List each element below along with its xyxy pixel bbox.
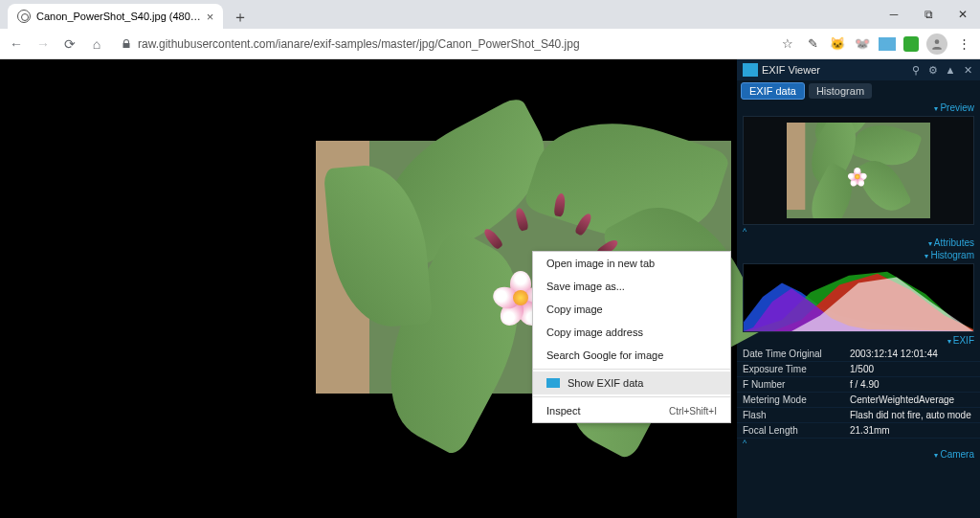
ctx-inspect[interactable]: Inspect Ctrl+Shift+I (533, 399, 730, 422)
address-bar[interactable]: raw.githubusercontent.com/ianare/exif-sa… (115, 34, 769, 54)
exif-row: FlashFlash did not fire, auto mode (737, 408, 980, 423)
ctx-label: Search Google for image (546, 349, 663, 361)
exif-value: f / 4.90 (844, 379, 980, 390)
panel-close-icon[interactable]: ✕ (961, 63, 974, 77)
ctx-save-image-as[interactable]: Save image as... (533, 275, 730, 298)
window-titlebar: Canon_PowerShot_S40.jpg (480… × ＋ ─ ⧉ ✕ (0, 0, 980, 29)
panel-popout-icon[interactable]: ▲ (944, 63, 957, 77)
exif-table: Date Time Original2003:12:14 12:01:44 Ex… (737, 347, 980, 439)
nav-forward-icon[interactable]: → (34, 35, 52, 53)
ctx-label: Save image as... (546, 281, 625, 292)
chrome-menu-icon[interactable]: ⋮ (955, 35, 972, 53)
nav-back-icon[interactable]: ← (8, 35, 25, 53)
ctx-label: Show EXIF data (568, 377, 644, 389)
bud (514, 207, 529, 232)
exif-value: CenterWeightedAverage (844, 394, 980, 405)
ctx-open-image-new-tab[interactable]: Open image in new tab (533, 252, 730, 275)
exif-value: 1/500 (844, 364, 980, 374)
ctx-label: Copy image (546, 304, 603, 315)
window-minimize-icon[interactable]: ─ (877, 0, 911, 29)
toolbar-right: ☆ ✎ 🐱 🐭 ⋮ (779, 34, 972, 55)
panel-header: EXIF Viewer ⚲ ⚙ ▲ ✕ (737, 59, 980, 80)
exif-row: Focal Length21.31mm (737, 423, 980, 439)
exif-extension-icon (546, 378, 560, 388)
tab-exif-data[interactable]: EXIF data (741, 82, 805, 100)
extension-icon-3[interactable]: 🐭 (854, 35, 871, 53)
ctx-search-google-image[interactable]: Search Google for image (533, 344, 730, 367)
ctx-label: Copy image address (546, 327, 643, 338)
ctx-separator (533, 369, 730, 370)
collapse-handle[interactable]: ^ (737, 439, 980, 448)
ctx-show-exif-data[interactable]: Show EXIF data (533, 372, 730, 394)
extension-icon-5[interactable] (903, 36, 919, 52)
nav-reload-icon[interactable]: ⟳ (61, 35, 78, 53)
exif-key: Exposure Time (737, 364, 844, 374)
ctx-separator (533, 396, 730, 397)
section-preview-label[interactable]: Preview (737, 101, 980, 114)
tab-histogram[interactable]: Histogram (809, 83, 872, 99)
ctx-label: Open image in new tab (546, 258, 655, 269)
ctx-copy-image-address[interactable]: Copy image address (533, 321, 730, 344)
exif-value: Flash did not fire, auto mode (844, 410, 980, 420)
profile-avatar-icon[interactable] (926, 34, 947, 55)
extension-icon-4[interactable] (879, 37, 896, 51)
exif-viewer-panel: EXIF Viewer ⚲ ⚙ ▲ ✕ EXIF data Histogram … (737, 59, 980, 518)
page-viewport: Open image in new tab Save image as... C… (0, 59, 737, 518)
exif-key: Focal Length (737, 425, 844, 436)
ctx-shortcut: Ctrl+Shift+I (669, 406, 717, 417)
section-attributes-label[interactable]: Attributes (737, 236, 980, 249)
ctx-copy-image[interactable]: Copy image (533, 298, 730, 321)
exif-row: F Numberf / 4.90 (737, 377, 980, 393)
favicon-globe-icon (17, 10, 31, 23)
panel-settings-icon[interactable]: ⚙ (926, 63, 940, 77)
exif-value: 2003:12:14 12:01:44 (844, 349, 980, 359)
lock-icon (121, 38, 132, 50)
tab-label: EXIF data (749, 85, 796, 97)
exif-key: Date Time Original (737, 349, 844, 359)
collapse-handle[interactable]: ^ (737, 227, 980, 236)
section-exif-label[interactable]: EXIF (737, 334, 980, 347)
section-histogram-label[interactable]: Histogram (737, 249, 980, 261)
url-text: raw.githubusercontent.com/ianare/exif-sa… (138, 37, 580, 51)
exif-key: Metering Mode (737, 394, 844, 405)
svg-point-0 (935, 39, 940, 44)
exif-row: Date Time Original2003:12:14 12:01:44 (737, 347, 980, 362)
toolbar: ← → ⟳ ⌂ raw.githubusercontent.com/ianare… (0, 29, 980, 59)
panel-title: EXIF Viewer (762, 64, 820, 76)
preview-container (743, 116, 974, 225)
tab-title: Canon_PowerShot_S40.jpg (480… (36, 11, 201, 22)
exif-logo-icon (743, 63, 758, 77)
exif-key: F Number (737, 379, 844, 390)
histogram-chart (743, 263, 974, 332)
section-camera-label[interactable]: Camera (737, 448, 980, 461)
exif-row: Metering ModeCenterWeightedAverage (737, 393, 980, 408)
preview-image[interactable] (787, 123, 930, 218)
window-close-icon[interactable]: ✕ (946, 0, 980, 29)
extension-icon-1[interactable]: ✎ (804, 35, 821, 53)
exif-key: Flash (737, 410, 844, 420)
exif-row: Exposure Time1/500 (737, 362, 980, 377)
nav-home-icon[interactable]: ⌂ (88, 35, 105, 53)
context-menu: Open image in new tab Save image as... C… (532, 251, 731, 423)
bookmark-star-icon[interactable]: ☆ (779, 35, 796, 53)
exif-value: 21.31mm (844, 425, 980, 436)
window-controls: ─ ⧉ ✕ (877, 0, 980, 29)
browser-tab[interactable]: Canon_PowerShot_S40.jpg (480… × (8, 4, 223, 29)
content-area: Open image in new tab Save image as... C… (0, 59, 980, 518)
tab-close-icon[interactable]: × (207, 10, 214, 24)
tab-label: Histogram (816, 85, 864, 97)
new-tab-button[interactable]: ＋ (229, 6, 252, 29)
window-maximize-icon[interactable]: ⧉ (911, 0, 946, 29)
panel-tabs: EXIF data Histogram (737, 80, 980, 101)
ctx-label: Inspect (546, 405, 580, 417)
panel-pin-icon[interactable]: ⚲ (909, 63, 923, 77)
extension-icon-2[interactable]: 🐱 (829, 35, 846, 53)
